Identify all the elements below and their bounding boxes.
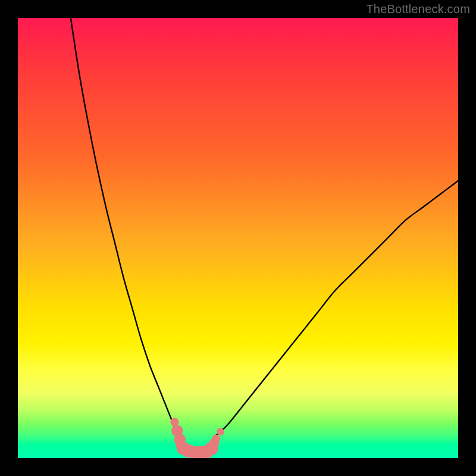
chart-svg — [18, 18, 458, 458]
curves-group — [71, 18, 458, 453]
series-right-curve — [214, 181, 458, 437]
marker-dot — [217, 428, 224, 436]
watermark-text: TheBottleneck.com — [366, 2, 470, 16]
marker-dot — [212, 434, 220, 443]
marker-dot — [170, 418, 178, 426]
series-left-curve — [71, 18, 180, 441]
plot-area — [18, 18, 458, 458]
markers-group — [170, 418, 224, 458]
chart-frame: TheBottleneck.com — [0, 0, 476, 476]
